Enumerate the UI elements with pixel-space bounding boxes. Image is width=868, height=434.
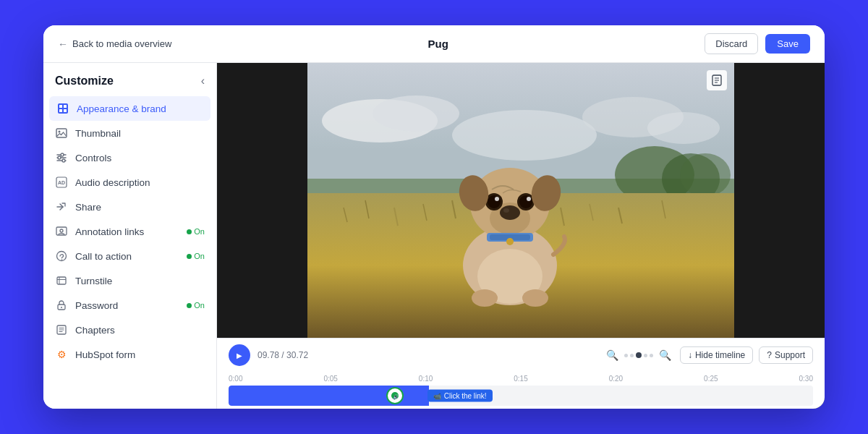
- cta-tag-label: Click the link!: [444, 392, 487, 400]
- cta-marker[interactable]: 📹 Click the link!: [427, 390, 493, 402]
- sidebar-item-label-chapters: Chapters: [75, 325, 205, 336]
- sidebar: Customize ‹ Appearance & brand: [43, 63, 217, 409]
- back-label: Back to media overview: [72, 38, 171, 49]
- svg-point-64: [506, 238, 514, 245]
- controls-icon: [55, 151, 68, 164]
- playback-section: ▶ 09.78 / 30.72: [229, 344, 308, 366]
- right-panel: ▶ 09.78 / 30.72 🔍: [217, 63, 825, 409]
- zoom-slider: [624, 352, 653, 358]
- annotation-badge-dot: [187, 229, 192, 234]
- hubspot-icon: ⚙: [55, 348, 68, 361]
- cta-badge: On: [187, 252, 205, 260]
- svg-rect-15: [56, 227, 67, 235]
- svg-rect-5: [56, 129, 67, 137]
- annotation-marker[interactable]: 🔊: [386, 387, 404, 404]
- sidebar-header: Customize ‹: [43, 72, 216, 96]
- timeline-controls: ▶ 09.78 / 30.72 🔍: [217, 339, 825, 372]
- zoom-in-button[interactable]: 🔍: [656, 348, 674, 362]
- svg-text:AD: AD: [58, 180, 65, 185]
- svg-rect-19: [57, 277, 66, 284]
- appearance-icon: [56, 102, 69, 115]
- save-button[interactable]: Save: [765, 34, 810, 54]
- svg-point-16: [60, 229, 63, 232]
- page-title: Pug: [428, 38, 448, 50]
- audio-icon: AD: [55, 176, 68, 189]
- sidebar-item-annotation[interactable]: Annotation links On: [43, 219, 216, 244]
- svg-point-33: [647, 112, 720, 144]
- sidebar-item-label-share: Share: [75, 202, 205, 213]
- sidebar-collapse-button[interactable]: ‹: [201, 75, 205, 87]
- password-badge-dot: [187, 303, 192, 308]
- header: ← Back to media overview Pug Discard Sav…: [43, 25, 825, 63]
- svg-point-18: [61, 259, 63, 260]
- sidebar-item-label-thumbnail: Thumbnail: [75, 128, 205, 139]
- zoom-dot-2: [630, 354, 634, 357]
- zoom-dot-4: [650, 354, 653, 357]
- play-button[interactable]: ▶: [229, 344, 250, 366]
- video-wrapper: [307, 63, 734, 338]
- sidebar-item-label-password: Password: [75, 300, 179, 311]
- svg-point-53: [503, 208, 509, 213]
- zoom-out-button[interactable]: 🔍: [603, 348, 621, 362]
- sidebar-item-thumbnail[interactable]: Thumbnail: [43, 121, 216, 145]
- main-content: Customize ‹ Appearance & brand: [43, 63, 825, 409]
- sidebar-item-controls[interactable]: Controls: [43, 145, 216, 170]
- timeline-track: 0:00 0:05 0:10 0:15 0:20 0:25 0:30: [217, 372, 825, 409]
- sidebar-item-label-cta: Call to action: [75, 251, 179, 262]
- support-icon: ?: [767, 350, 772, 360]
- password-badge: On: [187, 301, 205, 310]
- time-2: 0:10: [419, 375, 433, 383]
- cta-icon: [55, 250, 68, 263]
- sidebar-item-hubspot[interactable]: ⚙ HubSpot form: [43, 342, 216, 367]
- sidebar-item-cta[interactable]: Call to action On: [43, 244, 216, 268]
- time-4: 0:20: [609, 375, 623, 383]
- sidebar-item-label-appearance: Appearance & brand: [77, 103, 203, 114]
- sidebar-item-label-hubspot: HubSpot form: [75, 349, 205, 360]
- cta-marker-icon: 📹: [433, 392, 441, 399]
- hide-timeline-button[interactable]: ↓ Hide timeline: [680, 346, 753, 364]
- sidebar-item-audio[interactable]: AD Audio description: [43, 170, 216, 195]
- sidebar-item-appearance[interactable]: Appearance & brand: [49, 96, 210, 121]
- sidebar-item-chapters[interactable]: Chapters: [43, 318, 216, 342]
- svg-point-58: [495, 197, 499, 201]
- back-arrow-icon: ←: [58, 38, 68, 50]
- sidebar-item-password[interactable]: Password On: [43, 293, 216, 318]
- track-bar[interactable]: 🔊 📹 Click the link!: [229, 386, 813, 406]
- svg-rect-4: [64, 109, 67, 112]
- svg-point-8: [61, 153, 64, 156]
- svg-point-59: [527, 197, 531, 201]
- timeline-area: ▶ 09.78 / 30.72 🔍: [217, 338, 825, 409]
- svg-rect-1: [59, 105, 62, 108]
- thumbnail-icon: [55, 127, 68, 140]
- time-1: 0:05: [323, 375, 337, 383]
- notes-icon-button[interactable]: [707, 70, 727, 90]
- sidebar-item-label-controls: Controls: [75, 153, 205, 163]
- sidebar-item-turnstile[interactable]: Turnstile: [43, 268, 216, 293]
- document-icon: [711, 75, 723, 86]
- svg-rect-0: [58, 103, 68, 114]
- svg-point-52: [500, 205, 520, 220]
- svg-rect-3: [59, 109, 62, 112]
- svg-point-66: [522, 289, 548, 307]
- back-button[interactable]: ← Back to media overview: [58, 38, 171, 50]
- sidebar-item-label-turnstile: Turnstile: [75, 276, 205, 286]
- svg-point-37: [680, 153, 731, 197]
- time-5: 0:25: [704, 375, 718, 383]
- svg-point-12: [62, 159, 65, 162]
- time-ruler: 0:00 0:05 0:10 0:15 0:20 0:25 0:30: [229, 375, 813, 383]
- hide-timeline-icon: ↓: [688, 350, 692, 360]
- svg-point-31: [452, 110, 597, 161]
- annotation-icon: [55, 225, 68, 238]
- header-actions: Discard Save: [705, 33, 810, 54]
- password-icon: [55, 299, 68, 312]
- svg-point-23: [61, 307, 62, 308]
- svg-point-56: [488, 195, 501, 208]
- zoom-dot-1: [624, 354, 628, 357]
- discard-button[interactable]: Discard: [705, 33, 758, 54]
- annotation-marker-icon: 🔊: [391, 391, 399, 400]
- zoom-controls: 🔍 🔍: [603, 348, 674, 362]
- zoom-dot-3: [644, 354, 647, 357]
- support-button[interactable]: ? Support: [759, 346, 813, 364]
- svg-point-10: [58, 156, 61, 159]
- sidebar-item-share[interactable]: Share: [43, 195, 216, 219]
